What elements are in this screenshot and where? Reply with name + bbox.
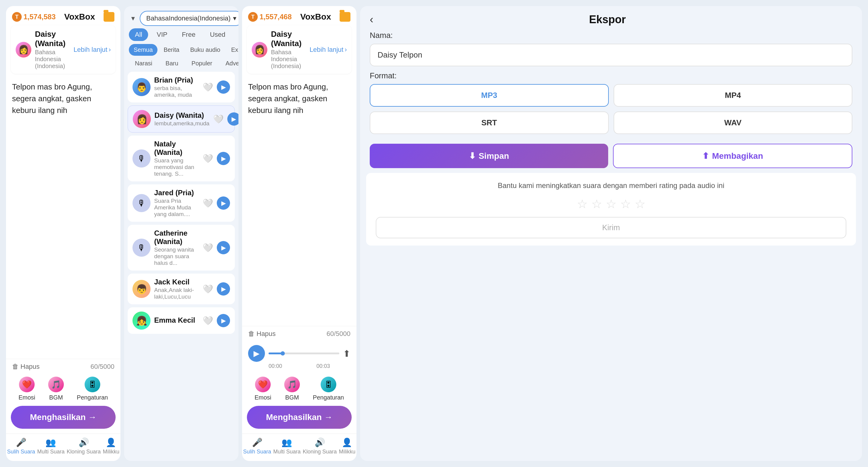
play-nataly[interactable]: ▶ bbox=[217, 152, 230, 165]
info-brian: Brian (Pria) serba bisa, amerika, muda bbox=[154, 76, 199, 98]
sub-tab-baru[interactable]: Baru bbox=[160, 58, 184, 69]
sub-tab-ads[interactable]: Advertisements bbox=[219, 58, 239, 69]
token-icon-left: T bbox=[12, 12, 22, 22]
save-button[interactable]: ⬇ Simpan bbox=[370, 144, 608, 168]
emosi-tool-left[interactable]: ❤️ Emosi bbox=[19, 377, 35, 401]
action-buttons: ⬇ Simpan ⬆ Membagikan bbox=[360, 139, 862, 173]
nav-milikku-right[interactable]: 👤 Milikku bbox=[339, 437, 355, 455]
pengaturan-tool-right[interactable]: 🎛 Pengaturan bbox=[313, 377, 344, 401]
heart-catherine[interactable]: 🤍 bbox=[203, 243, 213, 253]
category-tab-semua[interactable]: Semua bbox=[129, 44, 157, 56]
star-3[interactable]: ☆ bbox=[606, 197, 617, 211]
name-input[interactable] bbox=[370, 44, 852, 66]
nav-multi-left[interactable]: 👥 Multi Suara bbox=[37, 437, 64, 455]
token-icon-right: T bbox=[248, 12, 258, 22]
text-area-right[interactable]: Telpon mas bro Agung, segera angkat, gas… bbox=[242, 76, 356, 326]
folder-icon-left[interactable] bbox=[103, 12, 115, 22]
sub-tab-narasi[interactable]: Narasi bbox=[129, 58, 158, 69]
nav-milikku-left[interactable]: 👤 Milikku bbox=[103, 437, 119, 455]
filter-tab-vip[interactable]: VIP bbox=[151, 28, 173, 41]
voice-card-left[interactable]: 👩 Daisy (Wanita) Bahasa Indonesia (Indon… bbox=[11, 25, 116, 74]
text-area-left[interactable]: Telpon mas bro Agung, segera angkat, gas… bbox=[6, 76, 120, 359]
pengaturan-label-right: Pengaturan bbox=[313, 394, 344, 401]
avatar-nataly bbox=[132, 149, 151, 168]
category-tab-exp[interactable]: Explanatio... bbox=[226, 44, 239, 56]
star-2[interactable]: ☆ bbox=[591, 197, 602, 211]
bgm-label-right: BGM bbox=[285, 394, 299, 401]
voice-item-daisy[interactable]: 👩 Daisy (Wanita) lembut,amerika,muda 🤍 ▶ bbox=[128, 106, 235, 133]
format-wav[interactable]: WAV bbox=[614, 112, 852, 134]
delete-btn-left[interactable]: 🗑 Hapus bbox=[12, 363, 40, 371]
play-daisy[interactable]: ▶ bbox=[227, 112, 239, 126]
bottom-bar-left: 🗑 Hapus 60/5000 bbox=[6, 359, 120, 374]
bgm-label-left: BGM bbox=[49, 394, 63, 401]
info-jared: Jared (Pria) Suara Pria Amerika Muda yan… bbox=[154, 188, 199, 217]
emosi-label-left: Emosi bbox=[19, 394, 35, 401]
sulih-icon-right: 🎤 bbox=[252, 437, 262, 447]
voice-item-nataly[interactable]: Nataly (Wanita) Suara yang memotivasi da… bbox=[128, 136, 235, 181]
voice-more-right[interactable]: Lebih lanjut › bbox=[310, 46, 347, 54]
bgm-icon-left: 🎵 bbox=[48, 377, 64, 392]
voice-avatar-left: 👩 bbox=[16, 42, 31, 58]
sub-tab-populer[interactable]: Populer bbox=[185, 58, 218, 69]
nav-kloning-right[interactable]: 🔊 Kloning Suara bbox=[303, 437, 337, 455]
nav-sulih-left[interactable]: 🎤 Sulih Suara bbox=[7, 437, 35, 455]
play-jared[interactable]: ▶ bbox=[217, 197, 230, 210]
nav-multi-right[interactable]: 👥 Multi Suara bbox=[273, 437, 301, 455]
play-catherine[interactable]: ▶ bbox=[217, 241, 230, 254]
heart-daisy[interactable]: 🤍 bbox=[213, 114, 224, 124]
pengaturan-tool-left[interactable]: 🎛 Pengaturan bbox=[77, 377, 108, 401]
bgm-tool-right[interactable]: 🎵 BGM bbox=[284, 377, 300, 401]
generate-btn-right[interactable]: Menghasilkan → bbox=[247, 406, 352, 429]
category-tab-buku[interactable]: Buku audio bbox=[185, 44, 225, 56]
language-dropdown[interactable]: BahasaIndonesia(Indonesia) ▾ bbox=[140, 11, 239, 26]
voice-item-emma[interactable]: 👧 Emma Kecil 🤍 ▶ bbox=[128, 307, 235, 334]
play-emma[interactable]: ▶ bbox=[217, 314, 230, 327]
nav-sulih-right[interactable]: 🎤 Sulih Suara bbox=[243, 437, 271, 455]
share-button[interactable]: ⬆ Membagikan bbox=[613, 144, 852, 168]
star-4[interactable]: ☆ bbox=[620, 197, 631, 211]
play-jack[interactable]: ▶ bbox=[217, 282, 230, 296]
progress-bar[interactable] bbox=[269, 352, 339, 354]
filter-tab-used[interactable]: Used bbox=[204, 28, 231, 41]
star-5[interactable]: ☆ bbox=[635, 197, 646, 211]
milikku-label-left: Milikku bbox=[103, 448, 119, 455]
heart-emma[interactable]: 🤍 bbox=[203, 316, 213, 326]
play-main-btn[interactable]: ▶ bbox=[248, 345, 265, 362]
filter-tab-free[interactable]: Free bbox=[176, 28, 202, 41]
nav-kloning-left[interactable]: 🔊 Kloning Suara bbox=[66, 437, 100, 455]
filter-tab-all[interactable]: All bbox=[129, 28, 148, 41]
generate-btn-left[interactable]: Menghasilkan → bbox=[11, 406, 116, 429]
voice-item-jared[interactable]: Jared (Pria) Suara Pria Amerika Muda yan… bbox=[128, 184, 235, 222]
format-mp4[interactable]: MP4 bbox=[614, 84, 852, 107]
play-brian[interactable]: ▶ bbox=[217, 81, 230, 94]
voice-item-brian[interactable]: 👨 Brian (Pria) serba bisa, amerika, muda… bbox=[128, 72, 235, 103]
sulih-label-left: Sulih Suara bbox=[7, 448, 35, 455]
heart-jack[interactable]: 🤍 bbox=[203, 284, 213, 294]
heart-jared[interactable]: 🤍 bbox=[203, 198, 213, 208]
heart-brian[interactable]: 🤍 bbox=[203, 82, 213, 92]
sulih-label-right: Sulih Suara bbox=[243, 448, 271, 455]
voice-card-right[interactable]: 👩 Daisy (Wanita) Bahasa Indonesia (Indon… bbox=[247, 25, 352, 74]
voice-info-left: Daisy (Wanita) Bahasa Indonesia (Indones… bbox=[35, 30, 70, 69]
submit-btn[interactable]: Kirim bbox=[376, 217, 846, 238]
voice-more-left[interactable]: Lebih lanjut › bbox=[73, 46, 111, 54]
chevron-down-icon[interactable]: ▼ bbox=[130, 15, 136, 22]
dropdown-chevron-icon: ▾ bbox=[233, 14, 236, 22]
delete-btn-right[interactable]: 🗑 Hapus bbox=[248, 330, 276, 338]
bgm-tool-left[interactable]: 🎵 BGM bbox=[48, 377, 64, 401]
folder-icon-right[interactable] bbox=[340, 12, 350, 22]
voice-item-catherine[interactable]: Catherine (Wanita) Seorang wanita dengan… bbox=[128, 225, 235, 270]
format-mp3[interactable]: MP3 bbox=[370, 84, 609, 107]
share-export-icon: ⬆ bbox=[702, 151, 709, 161]
star-1[interactable]: ☆ bbox=[577, 197, 588, 211]
voice-item-jack[interactable]: 👦 Jack Kecil Anak,Anak laki-laki,Lucu,Lu… bbox=[128, 273, 235, 304]
kloning-icon-right: 🔊 bbox=[315, 437, 325, 447]
category-tab-berita[interactable]: Berita bbox=[159, 44, 184, 56]
heart-nataly[interactable]: 🤍 bbox=[203, 154, 213, 164]
back-btn[interactable]: ‹ bbox=[370, 13, 373, 26]
share-icon[interactable]: ⬆ bbox=[343, 348, 350, 359]
format-srt[interactable]: SRT bbox=[370, 112, 609, 134]
filter-tab-favorite[interactable]: Favorite bbox=[234, 28, 239, 41]
emosi-tool-right[interactable]: ❤️ Emosi bbox=[255, 377, 272, 401]
